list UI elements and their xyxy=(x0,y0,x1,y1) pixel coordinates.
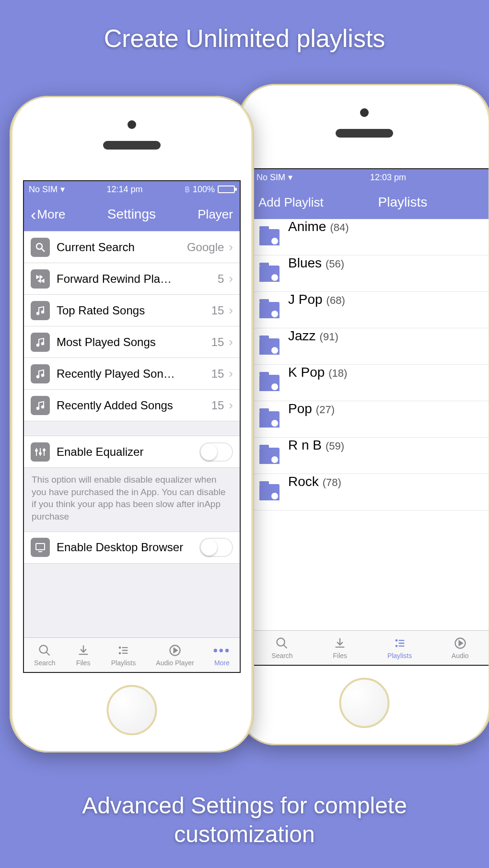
chevron-right-icon: › xyxy=(229,240,233,255)
row-label: Forward Rewind Pla… xyxy=(57,272,213,286)
promo-headline: Create Unlimited playlists xyxy=(0,24,489,53)
folder-icon xyxy=(259,448,279,464)
settings-row-2[interactable]: Top Rated Songs15› xyxy=(24,295,240,326)
settings-row-1[interactable]: Forward Rewind Pla…5› xyxy=(24,263,240,295)
chevron-left-icon: ‹ xyxy=(31,206,36,222)
phone-playlists: No SIM▾ 12:03 pm Add Playlist Playlists … xyxy=(237,84,489,745)
tab-search[interactable]: Search xyxy=(271,636,292,660)
nav-bar: Add Playlist Playlists xyxy=(252,185,489,219)
playlist-row-j-pop[interactable]: J Pop(68) xyxy=(252,292,489,328)
clock-label: 12:14 pm xyxy=(106,185,142,195)
folder-icon xyxy=(259,302,279,318)
playlist-name: Pop xyxy=(288,401,312,417)
svg-point-12 xyxy=(41,405,44,408)
tab-label: Playlists xyxy=(387,652,412,660)
tab-playlists[interactable]: Playlists xyxy=(111,643,136,667)
svg-point-6 xyxy=(41,311,44,313)
folder-icon xyxy=(259,229,279,245)
tab-bar-settings: SearchFilesPlaylistsAudio Player•••More xyxy=(24,637,240,672)
enable-equalizer-label: Enable Equalizer xyxy=(57,445,199,459)
tab-label: More xyxy=(214,659,230,667)
add-playlist-button[interactable]: Add Playlist xyxy=(258,195,324,210)
tab-label: Search xyxy=(271,652,292,660)
svg-point-15 xyxy=(43,449,46,451)
folder-icon xyxy=(259,375,279,391)
playlist-row-k-pop[interactable]: K Pop(18) xyxy=(252,365,489,401)
svg-point-8 xyxy=(41,342,44,345)
playlist-row-rock[interactable]: Rock(78) xyxy=(252,474,489,510)
row-label: Current Search xyxy=(57,241,182,254)
playlist-name: J Pop xyxy=(288,292,323,307)
tab-audio[interactable]: Audio xyxy=(452,636,469,660)
enable-desktop-browser-row[interactable]: Enable Desktop Browser xyxy=(24,532,240,564)
playlist-count: (68) xyxy=(326,294,345,307)
tab-icon xyxy=(332,636,348,650)
earpiece xyxy=(336,129,393,138)
svg-point-10 xyxy=(41,374,44,377)
clock-label: 12:03 pm xyxy=(370,173,406,183)
playlist-row-r-n-b[interactable]: R n B(59) xyxy=(252,438,489,474)
music-icon xyxy=(31,301,50,320)
playlist-row-blues[interactable]: Blues(56) xyxy=(252,255,489,292)
row-value: 15 xyxy=(211,304,224,317)
settings-row-0[interactable]: Current SearchGoogle› xyxy=(24,231,240,263)
playlist-count: (27) xyxy=(316,404,335,416)
row-value: 5 xyxy=(218,272,224,286)
svg-point-19 xyxy=(119,652,121,655)
settings-row-5[interactable]: Recently Added Songs15› xyxy=(24,390,240,421)
settings-row-4[interactable]: Recently Played Son…15› xyxy=(24,358,240,390)
phone-settings: No SIM▾ 12:14 pm ฿ 100% ‹More Settings P… xyxy=(10,96,254,752)
search-icon xyxy=(31,238,50,257)
playlist-name: Blues xyxy=(288,255,322,271)
row-label: Top Rated Songs xyxy=(57,304,207,317)
tab-files[interactable]: Files xyxy=(332,636,348,660)
svg-point-9 xyxy=(36,375,39,378)
tab-files[interactable]: Files xyxy=(76,643,91,667)
equalizer-switch[interactable] xyxy=(199,442,233,462)
row-value: 15 xyxy=(211,399,224,412)
battery-percent: 100% xyxy=(193,185,215,195)
tab-label: Files xyxy=(333,652,347,660)
desktop-browser-switch[interactable] xyxy=(199,538,233,557)
battery-icon xyxy=(218,185,235,193)
tab-icon xyxy=(274,636,290,650)
music-icon xyxy=(31,396,50,415)
chevron-right-icon: › xyxy=(229,303,233,318)
status-bar: No SIM▾ 12:14 pm ฿ 100% xyxy=(24,181,240,197)
back-button[interactable]: ‹More xyxy=(31,206,66,222)
home-button[interactable] xyxy=(107,685,157,735)
svg-point-4 xyxy=(36,243,42,249)
screen-playlists: No SIM▾ 12:03 pm Add Playlist Playlists … xyxy=(251,168,489,666)
playlist-row-pop[interactable]: Pop(27) xyxy=(252,401,489,438)
playlist-count: (56) xyxy=(326,258,344,270)
player-button[interactable]: Player xyxy=(198,207,233,222)
playlist-row-anime[interactable]: Anime(84) xyxy=(252,219,489,255)
earpiece xyxy=(103,141,161,150)
tab-audio-player[interactable]: Audio Player xyxy=(156,643,194,667)
tab-label: Audio Player xyxy=(156,659,194,667)
tab-label: Audio xyxy=(452,652,469,660)
home-button[interactable] xyxy=(339,678,390,728)
enable-desktop-browser-label: Enable Desktop Browser xyxy=(57,541,199,554)
tab-label: Search xyxy=(34,659,55,667)
svg-point-7 xyxy=(36,344,39,347)
tab-icon xyxy=(167,643,183,658)
chevron-right-icon: › xyxy=(229,271,233,286)
tab-more[interactable]: •••More xyxy=(214,643,230,667)
enable-equalizer-row[interactable]: Enable Equalizer xyxy=(24,436,240,468)
row-value: 15 xyxy=(211,336,224,349)
settings-row-3[interactable]: Most Played Songs15› xyxy=(24,326,240,358)
tab-search[interactable]: Search xyxy=(34,643,55,667)
playlist-name: Jazz xyxy=(288,328,316,344)
row-label: Most Played Songs xyxy=(57,336,207,349)
playlist-row-jazz[interactable]: Jazz(91) xyxy=(252,328,489,365)
camera-dot xyxy=(128,120,136,129)
folder-icon xyxy=(259,266,279,282)
folder-icon xyxy=(259,338,279,355)
promo-footer: Advanced Settings for complete customiza… xyxy=(19,791,470,849)
wifi-icon: ▾ xyxy=(60,184,65,195)
playlist-count: (18) xyxy=(328,367,347,380)
folder-icon xyxy=(259,484,279,500)
svg-point-18 xyxy=(119,647,121,649)
tab-playlists[interactable]: Playlists xyxy=(387,636,412,660)
